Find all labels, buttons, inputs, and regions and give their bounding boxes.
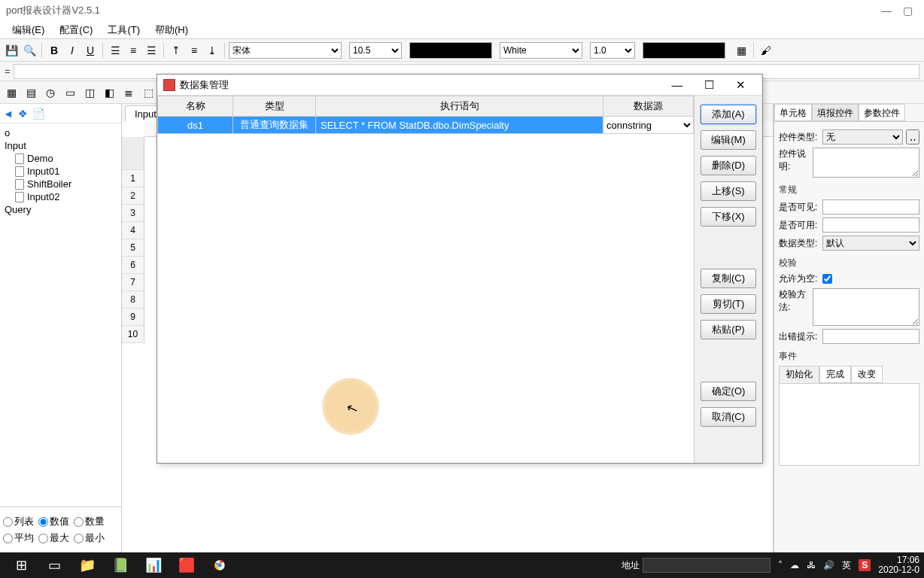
ok-button[interactable]: 确定(O) (701, 382, 756, 401)
tab-param-control[interactable]: 参数控件 (859, 104, 905, 121)
control-desc-textarea[interactable] (813, 148, 919, 178)
italic-icon[interactable]: I (64, 42, 81, 59)
row-head-1[interactable]: 1 (122, 170, 144, 187)
refresh-icon[interactable]: 📄 (32, 108, 45, 120)
designer-app-icon[interactable]: 🟥 (170, 555, 203, 576)
move-up-button[interactable]: 上移(S) (701, 181, 756, 201)
paste-button[interactable]: 粘贴(P) (701, 320, 756, 339)
error-hint-input[interactable] (822, 329, 919, 344)
tray-up-icon[interactable]: ˄ (778, 560, 783, 570)
print-preview-icon[interactable]: 🔍 (21, 42, 38, 59)
tray-sogou-icon[interactable]: S (859, 559, 871, 571)
shape-icon[interactable]: ◫ (81, 84, 98, 101)
address-input[interactable] (643, 558, 771, 573)
radio-avg[interactable]: 平均 (3, 531, 34, 545)
tree-root[interactable]: o (5, 126, 117, 139)
font-size-select[interactable]: 10.5 (349, 42, 402, 59)
valign-top-icon[interactable]: ⤒ (168, 42, 184, 59)
event-code-area[interactable] (779, 383, 919, 466)
clock-icon[interactable]: ◷ (42, 84, 59, 101)
allow-empty-checkbox[interactable] (822, 274, 832, 284)
row-head-10[interactable]: 10 (122, 326, 144, 343)
bold-icon[interactable]: B (46, 42, 62, 59)
row-head-5[interactable]: 5 (122, 239, 144, 257)
chrome-icon[interactable] (203, 555, 236, 576)
tree-item-input01[interactable]: Input01 (15, 165, 117, 178)
cut-button[interactable]: 剪切(T) (701, 294, 756, 314)
cancel-button[interactable]: 取消(C) (701, 407, 756, 427)
tab-fill-control[interactable]: 填报控件 (812, 104, 859, 121)
file-explorer-icon[interactable]: 📁 (71, 555, 104, 576)
tree-item-shiftboiler[interactable]: ShiftBoiler (15, 178, 117, 190)
task-view-icon[interactable]: ▭ (38, 555, 71, 576)
dialog-maximize-icon[interactable]: ☐ (693, 78, 725, 92)
menu-help[interactable]: 帮助(H) (147, 23, 196, 37)
valign-middle-icon[interactable]: ≡ (186, 42, 202, 59)
maximize-icon[interactable]: ▢ (897, 5, 918, 17)
tray-cloud-icon[interactable]: ☁ (790, 560, 799, 570)
copy-button[interactable]: 复制(C) (701, 269, 756, 288)
radio-list[interactable]: 列表 (3, 515, 34, 528)
table-icon[interactable]: ▤ (23, 84, 39, 101)
dialog-close-icon[interactable]: ✕ (725, 78, 756, 92)
line-color-select[interactable] (643, 42, 725, 59)
radio-value[interactable]: 数值 (38, 515, 69, 528)
app1-icon[interactable]: 📗 (104, 555, 137, 576)
tray-volume-icon[interactable]: 🔊 (823, 560, 834, 570)
row-head-9[interactable]: 9 (122, 309, 144, 326)
align-right-icon[interactable]: ☰ (143, 42, 160, 59)
add-button[interactable]: 添加(A) (701, 105, 756, 124)
image-icon[interactable]: ◧ (101, 84, 117, 101)
borders-icon[interactable]: ▦ (733, 42, 749, 59)
menu-tools[interactable]: 工具(T) (100, 23, 147, 37)
control-type-more-button[interactable]: ‥ (906, 129, 919, 144)
save-icon[interactable]: 💾 (3, 42, 20, 59)
row-head-4[interactable]: 4 (122, 222, 144, 239)
event-tab-done[interactable]: 完成 (819, 366, 851, 383)
cell-source-select[interactable]: connstring (603, 118, 693, 132)
control-type-select[interactable]: 无 (822, 129, 903, 144)
tray-ime[interactable]: 英 (842, 559, 851, 572)
radio-max[interactable]: 最大 (38, 531, 69, 545)
underline-icon[interactable]: U (82, 42, 99, 59)
line-weight-select[interactable]: 1.0 (590, 42, 635, 59)
apps-icon[interactable]: ❖ (18, 108, 28, 120)
menu-config[interactable]: 配置(C) (52, 23, 100, 37)
align-center-icon[interactable]: ≡ (125, 42, 141, 59)
tree-item-input02[interactable]: Input02 (15, 190, 117, 203)
row-head-3[interactable]: 3 (122, 205, 144, 222)
usable-input[interactable] (822, 218, 919, 233)
row-head-8[interactable]: 8 (122, 291, 144, 309)
data-type-select[interactable]: 默认 (822, 236, 919, 251)
radio-min[interactable]: 最小 (74, 531, 105, 545)
edit-button[interactable]: 编辑(M) (701, 130, 756, 150)
start-button[interactable]: ⊞ (5, 555, 38, 576)
row-head-7[interactable]: 7 (122, 274, 144, 291)
tab-cell[interactable]: 单元格 (774, 104, 812, 121)
move-down-button[interactable]: 下移(X) (701, 207, 756, 227)
radio-count[interactable]: 数量 (74, 515, 105, 528)
validate-method-textarea[interactable] (813, 288, 919, 326)
excel-icon[interactable]: 📊 (137, 555, 170, 576)
chart-icon[interactable]: ▭ (62, 84, 78, 101)
menu-edit[interactable]: 编辑(E) (5, 23, 52, 37)
align-left-icon[interactable]: ☰ (107, 42, 123, 59)
component-icon[interactable]: ⬚ (140, 84, 157, 101)
valign-bottom-icon[interactable]: ⤓ (204, 42, 220, 59)
event-tab-change[interactable]: 改变 (851, 366, 883, 383)
bg-color-select[interactable]: White (500, 42, 582, 59)
dialog-minimize-icon[interactable]: — (661, 78, 693, 91)
row-head-6[interactable]: 6 (122, 257, 144, 274)
font-family-select[interactable]: 宋体 (229, 42, 342, 59)
tree-item-demo[interactable]: Demo (15, 152, 117, 165)
row-head-2[interactable]: 2 (122, 187, 144, 205)
format-painter-icon[interactable]: 🖌 (758, 42, 774, 59)
event-tab-init[interactable]: 初始化 (779, 366, 819, 383)
font-color-select[interactable] (409, 42, 492, 59)
dataset-row[interactable]: ds1 普通查询数据集 SELECT * FROM StatDB.dbo.Dim… (158, 117, 694, 134)
tree-group-query[interactable]: Query (5, 203, 117, 216)
visible-input[interactable] (822, 199, 919, 214)
back-icon[interactable]: ◄ (3, 108, 14, 120)
tree-group-input[interactable]: Input (5, 139, 117, 152)
minimize-icon[interactable]: — (876, 5, 897, 17)
